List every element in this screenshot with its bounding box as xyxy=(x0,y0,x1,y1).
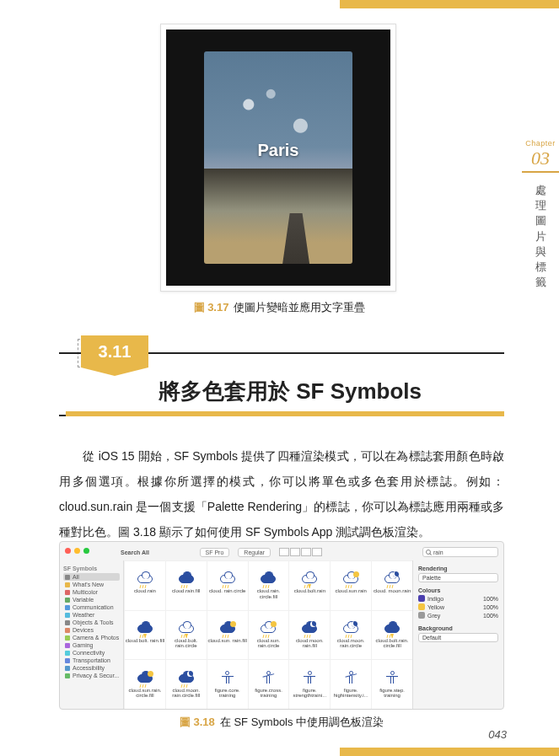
symbol-icon xyxy=(219,621,236,636)
symbol-icon xyxy=(301,671,318,686)
background-label: Background xyxy=(418,625,498,631)
colour-row[interactable]: Grey100% xyxy=(418,612,498,619)
symbol-cell[interactable]: cloud.sun.rain xyxy=(330,560,371,610)
category-icon xyxy=(65,598,70,603)
page-number: 043 xyxy=(488,728,507,741)
font-dropdown[interactable]: SF Pro xyxy=(200,548,230,557)
chapter-label: Chapter xyxy=(522,139,559,147)
sidebar-item[interactable]: Weather xyxy=(63,611,120,619)
figure-3-17-frame: Paris xyxy=(160,24,396,292)
symbol-icon xyxy=(178,571,195,587)
symbol-icon xyxy=(178,671,195,686)
symbol-cell[interactable]: cloud.sun.rain. circle.fill xyxy=(124,659,165,709)
symbol-name: cloud.moon. rain.circle xyxy=(331,638,371,649)
symbol-icon xyxy=(219,671,236,686)
symbol-cell[interactable]: cloud.sun. rain.circle xyxy=(248,610,289,660)
symbol-cell[interactable]: cloud.bolt. rain.circle xyxy=(165,610,207,660)
sidebar-label: Privacy & Secur... xyxy=(73,673,119,678)
symbol-cell[interactable]: cloud.bolt. rain.fill xyxy=(124,610,165,660)
sidebar-item[interactable]: Variable xyxy=(63,596,120,603)
symbol-cell[interactable]: cloud.moon. rain.circle xyxy=(330,610,371,660)
sidebar-label: Weather xyxy=(73,612,94,618)
sidebar-item[interactable]: Camera & Photos xyxy=(63,634,120,641)
colour-swatch xyxy=(418,595,425,602)
figure-text: 在 SF Symbols 中使用調色板渲染 xyxy=(220,716,384,728)
rendering-label: Rendering xyxy=(418,566,498,571)
symbol-cell[interactable]: figure.step. training xyxy=(371,659,412,709)
symbol-cell[interactable]: cloud. moon.rain xyxy=(371,560,412,610)
symbol-name: cloud.moon. rain.fill xyxy=(289,638,330,649)
search-input[interactable]: rain xyxy=(422,547,498,557)
symbol-grid[interactable]: cloud.raincloud.rain.fillcloud. rain.cir… xyxy=(124,560,412,709)
sidebar-item[interactable]: Transportation xyxy=(63,657,120,664)
symbol-icon xyxy=(384,621,400,636)
rendering-dropdown[interactable]: Palette xyxy=(418,573,498,582)
colour-swatch xyxy=(418,612,425,619)
chapter-title: 處理圖片與標籤 xyxy=(522,183,559,290)
sidebar-item[interactable]: Multicolor xyxy=(63,588,120,596)
colour-row[interactable]: Yellow100% xyxy=(418,603,498,610)
sidebar-item[interactable]: Communication xyxy=(63,603,120,611)
symbol-cell[interactable]: figure.cross. training xyxy=(248,659,289,709)
section-title: 將多色套用於 SF Symbols xyxy=(159,377,422,406)
inspector-panel: Rendering Palette Colours Indigo100%Yell… xyxy=(412,560,503,709)
symbol-cell[interactable]: figure. strengthtraini... xyxy=(288,659,330,709)
symbol-cell[interactable]: figure.core. training xyxy=(207,659,248,709)
symbol-cell[interactable]: cloud. rain.circle xyxy=(207,560,248,610)
sidebar-item[interactable]: Gaming xyxy=(63,641,120,649)
symbol-name: cloud.bolt. rain.fill xyxy=(126,638,164,649)
view-segmented[interactable] xyxy=(279,548,322,556)
symbol-name: cloud.rain. circle.fill xyxy=(249,588,289,599)
symbol-name: cloud.sun.rain. circle.fill xyxy=(125,688,165,699)
symbol-name: figure.cross. training xyxy=(249,688,289,699)
sidebar-item[interactable]: What's New xyxy=(63,581,120,588)
symbol-icon xyxy=(137,671,153,686)
symbol-cell[interactable]: cloud.sun. rain.fill xyxy=(207,610,248,660)
close-icon[interactable] xyxy=(65,548,71,554)
category-icon xyxy=(65,628,70,633)
colour-name: Grey xyxy=(427,613,440,619)
weight-dropdown[interactable]: Regular xyxy=(238,548,271,557)
background-dropdown[interactable]: Default xyxy=(418,633,498,642)
symbol-icon xyxy=(342,621,359,636)
category-icon xyxy=(65,651,70,656)
sidebar-label: Accessibility xyxy=(73,665,105,671)
sidebar-item[interactable]: Privacy & Secur... xyxy=(63,672,120,679)
maximize-icon[interactable] xyxy=(83,548,89,554)
symbol-cell[interactable]: cloud.bolt.rain. circle.fill xyxy=(371,610,412,660)
colour-row[interactable]: Indigo100% xyxy=(418,595,498,602)
minimize-icon[interactable] xyxy=(74,548,80,554)
symbol-cell[interactable]: cloud.moon. rain.fill xyxy=(288,610,330,660)
symbol-name: figure. strengthtraini... xyxy=(289,688,330,699)
symbol-name: cloud. rain.circle xyxy=(209,588,245,599)
sidebar-item[interactable]: Connectivity xyxy=(63,649,120,657)
sidebar-item[interactable]: Accessibility xyxy=(63,664,120,672)
category-icon xyxy=(65,658,70,663)
search-all-title: Search All xyxy=(121,550,149,555)
category-icon xyxy=(65,643,70,648)
symbol-cell[interactable]: cloud.rain. circle.fill xyxy=(248,560,289,610)
symbol-cell[interactable]: cloud.bolt.rain xyxy=(288,560,330,610)
symbol-cell[interactable]: cloud.moon. rain.circle.fill xyxy=(165,659,207,709)
sidebar-item[interactable]: Objects & Tools xyxy=(63,619,120,626)
symbol-name: cloud.bolt. rain.circle xyxy=(166,638,207,649)
sidebar-label: Variable xyxy=(73,597,94,603)
category-icon xyxy=(65,605,70,610)
category-icon xyxy=(65,635,70,641)
symbol-cell[interactable]: cloud.rain.fill xyxy=(165,560,207,610)
poster-overlay-text: Paris xyxy=(204,141,352,160)
sidebar-item[interactable]: Devices xyxy=(63,626,120,634)
sf-toolbar: Search All SF Pro Regular rain xyxy=(121,545,498,559)
figure-label: 圖 3.17 xyxy=(194,301,229,314)
symbol-cell[interactable]: cloud.rain xyxy=(124,560,165,610)
sidebar-label: Multicolor xyxy=(73,589,98,595)
symbol-cell[interactable]: figure. highintensity.i... xyxy=(330,659,371,709)
sidebar-item[interactable]: All xyxy=(63,573,120,581)
symbol-name: cloud.sun. rain.fill xyxy=(207,638,246,649)
category-icon xyxy=(65,673,70,678)
search-icon xyxy=(426,550,431,555)
colours-label: Colours xyxy=(418,587,498,593)
sf-sidebar: SF Symbols AllWhat's NewMulticolorVariab… xyxy=(60,560,124,709)
sidebar-label: Devices xyxy=(73,627,94,633)
symbol-name: figure.core. training xyxy=(207,688,248,699)
